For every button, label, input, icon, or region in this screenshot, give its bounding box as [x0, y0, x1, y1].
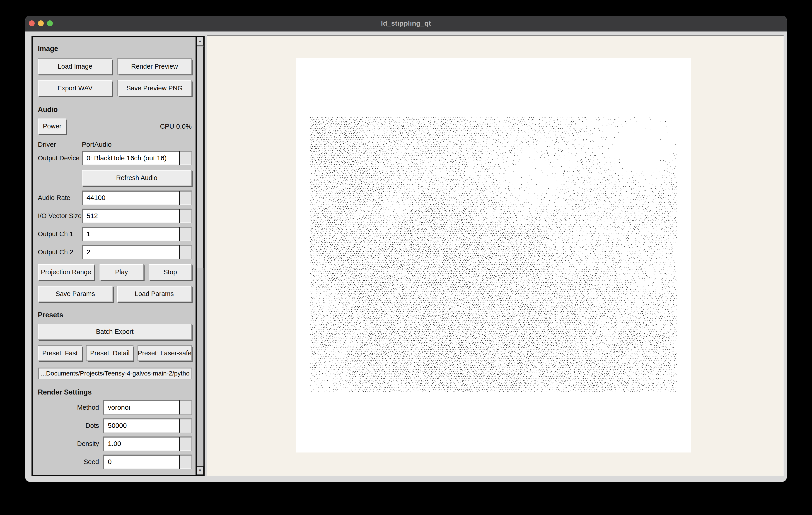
scrollbar-thumb[interactable]: [197, 47, 203, 268]
combo-dropdown-button[interactable]: [179, 245, 192, 259]
preset-laser-safe-button[interactable]: Preset: Laser-safe: [138, 345, 192, 361]
output-ch2-field[interactable]: 2: [82, 245, 192, 259]
preset-detail-button[interactable]: Preset: Detail: [86, 345, 134, 361]
preview-page: [296, 58, 691, 453]
density-value: 1.00: [103, 437, 179, 451]
audio-rate-value: 44100: [82, 191, 179, 205]
dots-field[interactable]: 50000: [103, 418, 192, 433]
combo-dropdown-button[interactable]: [179, 209, 192, 223]
driver-value: PortAudio: [82, 141, 112, 148]
output-device-label: Output Device: [38, 154, 82, 162]
render-preview-button[interactable]: Render Preview: [117, 58, 192, 74]
output-ch2-label: Output Ch 2: [38, 248, 82, 256]
preset-path-label: ...Documents/Projects/Teensy-4-galvos-ma…: [38, 368, 192, 380]
io-vector-size-field[interactable]: 512: [82, 209, 192, 223]
density-field[interactable]: 1.00: [103, 436, 192, 451]
app-window: ld_stippling_qt Image Load Image Render …: [25, 16, 787, 482]
dots-label: Dots: [38, 422, 103, 429]
output-ch1-field[interactable]: 1: [82, 227, 192, 241]
window-title: ld_stippling_qt: [25, 20, 787, 27]
power-button[interactable]: Power: [38, 118, 66, 134]
scrollbar-track[interactable]: [197, 46, 203, 466]
sidebar-scrollbar[interactable]: ▲ ▼: [197, 37, 203, 475]
section-title-audio: Audio: [38, 105, 192, 114]
stop-button[interactable]: Stop: [149, 264, 192, 280]
combo-dropdown-button[interactable]: [179, 191, 192, 205]
output-device-value: 0: BlackHole 16ch (out 16): [82, 151, 179, 165]
combo-dropdown-button[interactable]: [179, 455, 192, 469]
combo-dropdown-button[interactable]: [179, 419, 192, 432]
scroll-up-button[interactable]: ▲: [197, 37, 203, 46]
output-ch1-value: 1: [82, 227, 179, 241]
desktop-background: ld_stippling_qt Image Load Image Render …: [0, 0, 812, 515]
play-button[interactable]: Play: [99, 264, 144, 280]
sidebar-panel: Image Load Image Render Preview Export W…: [31, 36, 205, 476]
combo-dropdown-button[interactable]: [179, 437, 192, 451]
section-title-render-settings: Render Settings: [38, 388, 192, 397]
combo-dropdown-button[interactable]: [179, 400, 192, 415]
driver-label: Driver: [38, 141, 82, 148]
stipple-preview-canvas: [309, 116, 677, 392]
arrow-down-icon: ▼: [198, 468, 202, 473]
section-title-image: Image: [38, 44, 192, 53]
output-ch1-label: Output Ch 1: [38, 230, 82, 238]
preview-viewport: [207, 35, 784, 476]
audio-rate-field[interactable]: 44100: [82, 190, 192, 205]
io-vector-size-label: I/O Vector Size: [38, 212, 82, 220]
sidebar-content: Image Load Image Render Preview Export W…: [33, 37, 196, 475]
load-params-button[interactable]: Load Params: [117, 286, 192, 302]
seed-field[interactable]: 0: [103, 455, 192, 469]
audio-rate-label: Audio Rate: [38, 194, 82, 202]
scroll-down-button[interactable]: ▼: [197, 466, 203, 475]
method-value: voronoi: [103, 400, 179, 415]
seed-value: 0: [103, 455, 179, 469]
refresh-audio-button[interactable]: Refresh Audio: [82, 170, 192, 186]
export-wav-button[interactable]: Export WAV: [38, 80, 112, 96]
dots-value: 50000: [103, 419, 179, 432]
title-bar[interactable]: ld_stippling_qt: [25, 16, 787, 31]
seed-label: Seed: [38, 458, 103, 466]
method-label: Method: [38, 404, 103, 411]
load-image-button[interactable]: Load Image: [38, 58, 112, 74]
save-preview-png-button[interactable]: Save Preview PNG: [117, 80, 192, 96]
density-label: Density: [38, 440, 103, 448]
batch-export-button[interactable]: Batch Export: [38, 324, 192, 340]
section-title-presets: Presets: [38, 310, 192, 320]
save-params-button[interactable]: Save Params: [38, 286, 113, 302]
preset-fast-button[interactable]: Preset: Fast: [38, 345, 82, 361]
combo-dropdown-button[interactable]: [179, 151, 192, 165]
method-field[interactable]: voronoi: [103, 400, 192, 415]
combo-dropdown-button[interactable]: [179, 227, 192, 241]
arrow-up-icon: ▲: [198, 39, 202, 43]
output-ch2-value: 2: [82, 245, 179, 259]
cpu-usage-label: CPU 0.0%: [66, 123, 192, 130]
output-device-combo[interactable]: 0: BlackHole 16ch (out 16): [82, 151, 192, 165]
io-vector-size-value: 512: [82, 209, 179, 223]
projection-range-button[interactable]: Projection Range: [38, 264, 94, 280]
